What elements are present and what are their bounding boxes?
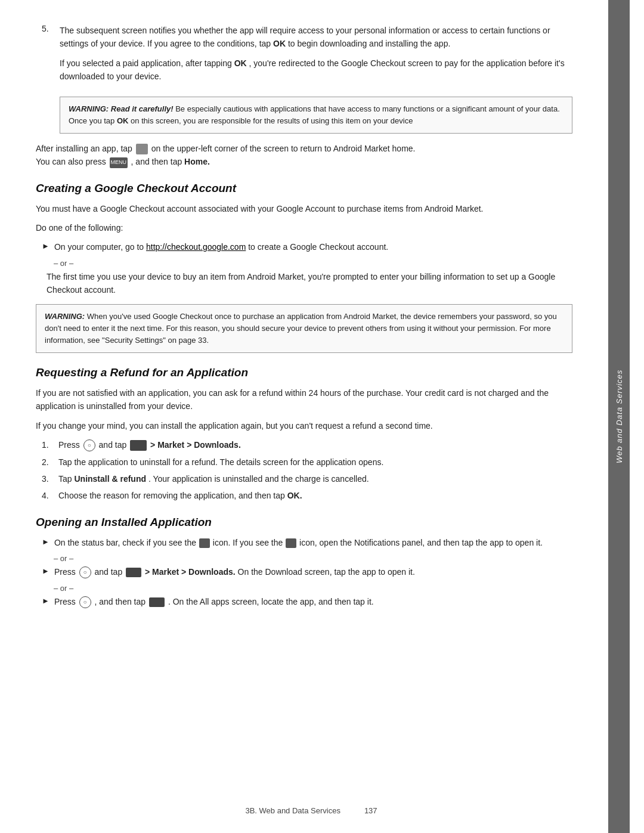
section3-bullet1: ► On the status bar, check if you see th… [36,536,572,549]
step-num-2: 2. [42,456,58,469]
section1-heading: Creating a Google Checkout Account [36,182,572,195]
footer-section: 3B. Web and Data Services [245,806,340,815]
ok-bold-step4: OK. [287,491,302,500]
step-num-1: 1. [42,438,58,451]
or-line-3: – or – [36,584,572,593]
step-num-3: 3. [42,472,58,485]
footer-page-number: 137 [364,806,377,815]
section3-heading: Opening an Installed Application [36,516,572,529]
home-circle-icon-3: ○ [79,596,91,608]
item-number: 5. [42,24,60,89]
warning-read-carefully: Read it carefully! [111,104,174,113]
step-3: 3. Tap Uninstall & refund . Your applica… [42,472,572,485]
section1-bullet1: ► On your computer, go to http://checkou… [36,240,572,253]
warning-box-2: WARNING: When you've used Google Checkou… [36,304,572,353]
side-tab: Web and Data Services [608,0,630,833]
section1-p1: You must have a Google Checkout account … [36,202,572,215]
step1-bold: > Market > Downloads. [150,440,241,450]
or-line-1: – or – [36,259,572,268]
warning-label-1: WARNING: [69,104,109,113]
apps-icon-2 [126,568,141,577]
home-bold: Home. [184,157,210,166]
section3-bullet2-text: Press ○ and tap > Market > Downloads. On… [54,565,572,578]
section2-heading: Requesting a Refund for an Application [36,366,572,379]
download-complete-icon [286,538,296,548]
item5-text: The subsequent screen notifies you wheth… [60,24,572,89]
step-4: 4. Choose the reason for removing the ap… [42,489,572,502]
step-1-text: Press ○ and tap > Market > Downloads. [58,438,241,451]
step-num-4: 4. [42,489,58,502]
checkout-link[interactable]: http://checkout.google.com [146,242,246,252]
or-line-2: – or – [36,554,572,563]
ok-bold: OK [273,39,286,48]
step-1: 1. Press ○ and tap > Market > Downloads. [42,438,572,451]
after-install-para: After installing an app, tap on the uppe… [36,142,572,169]
section3-bullet3-text: Press ○ , and then tap . On the All apps… [54,595,572,608]
bullet-arrow-icon-5: ► [42,596,49,605]
main-content: 5. The subsequent screen notifies you wh… [0,0,608,833]
uninstall-refund-bold: Uninstall & refund [74,474,146,484]
section2-p2: If you change your mind, you can install… [36,419,572,432]
section3-bullet1-text: On the status bar, check if you see the … [54,536,572,549]
apps-icon-3 [149,597,165,607]
refund-steps: 1. Press ○ and tap > Market > Downloads.… [36,438,572,503]
section3-bullet3: ► Press ○ , and then tap . On the All ap… [36,595,572,608]
footer-center: 3B. Web and Data Services 137 [245,806,377,815]
section1-p2: Do one of the following: [36,221,572,234]
section1-bullet2-text: The first time you use your device to bu… [47,270,572,297]
home-icon [136,144,148,154]
ok-bold2: OK [234,58,247,68]
step-4-text: Choose the reason for removing the appli… [58,489,302,502]
section2-p1: If you are not satisfied with an applica… [36,386,572,413]
warning-label-2: WARNING: [45,312,85,321]
side-tab-label: Web and Data Services [615,370,624,463]
home-circle-icon: ○ [83,439,95,451]
step-3-text: Tap Uninstall & refund . Your applicatio… [58,472,369,485]
section1-bullet1-text: On your computer, go to http://checkout.… [54,240,572,253]
download-in-progress-icon [199,538,210,548]
step-2-text: Tap the application to uninstall for a r… [58,456,383,469]
warning-box-1: WARNING: Read it carefully! Be especiall… [60,97,572,134]
menu-icon: MENU [110,157,128,168]
section1-bullet2: The first time you use your device to bu… [36,270,572,297]
intro-item5: 5. The subsequent screen notifies you wh… [36,24,572,89]
market-downloads-bold: > Market > Downloads. [145,567,236,577]
section3-bullet2: ► Press ○ and tap > Market > Downloads. … [36,565,572,578]
apps-grid-icon [130,440,147,451]
page-footer: 3B. Web and Data Services 137 [0,806,623,815]
step-2: 2. Tap the application to uninstall for … [42,456,572,469]
home-circle-icon-2: ○ [79,566,91,578]
bullet-arrow-icon-3: ► [42,537,49,546]
bullet-arrow-icon: ► [42,241,49,250]
bullet-arrow-icon-4: ► [42,566,49,575]
